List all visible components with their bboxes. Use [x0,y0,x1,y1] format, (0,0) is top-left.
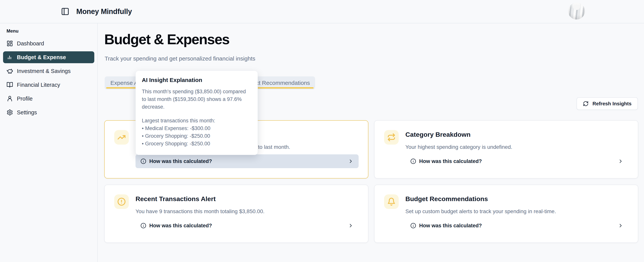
how-calculated-label: How was this calculated? [149,158,212,164]
card-description: You have 9 transactions this month total… [136,208,264,215]
sidebar-item-settings[interactable]: Settings [3,106,94,118]
card-title: Budget Recommendations [406,194,488,204]
tab-label: ct Recommendations [256,80,310,86]
sidebar: Menu Dashboard Budget & Expense Investme… [0,23,98,262]
sidebar-item-investment-savings[interactable]: Investment & Savings [3,65,94,77]
sidebar-item-label: Dashboard [17,40,44,47]
user-avatar[interactable] [568,3,585,19]
popup-bullet: • Grocery Shopping: -$250.00 [142,140,252,147]
how-calculated-label: How was this calculated? [149,223,212,229]
gear-icon [6,109,13,116]
sidebar-toggle-button[interactable] [61,7,70,16]
dashboard-icon [6,40,13,47]
alert-circle-icon [114,194,129,209]
sidebar-item-label: Financial Literacy [17,82,60,88]
how-calculated-label: How was this calculated? [419,158,482,164]
how-calculated-row[interactable]: How was this calculated? [136,154,358,168]
popup-title: AI Insight Explanation [142,77,252,83]
sidebar-item-profile[interactable]: Profile [3,93,94,105]
sidebar-item-label: Settings [17,109,37,116]
popup-body: This month's spending ($3,850.00) compar… [142,88,252,111]
info-icon [140,223,146,229]
sidebar-item-label: Investment & Savings [17,68,70,74]
sidebar-item-budget-expense[interactable]: Budget & Expense [3,51,94,63]
chevron-right-icon [618,223,624,229]
card-description-fragment: to last month. [258,143,290,151]
repeat-icon [384,130,399,145]
sidebar-item-label: Profile [17,96,32,102]
card-title: Category Breakdown [406,129,470,139]
card-description: Your highest spending category is undefi… [406,143,512,151]
sidebar-nav: Dashboard Budget & Expense Investment & … [3,37,94,120]
refresh-insights-button[interactable]: Refresh Insights [576,97,638,110]
how-calculated-row[interactable]: How was this calculated? [406,154,628,168]
card-category-breakdown: Category Breakdown Your highest spending… [374,120,638,179]
card-description: Set up custom budget alerts to track you… [406,208,556,215]
sidebar-menu-label: Menu [6,28,18,34]
info-icon [410,223,416,229]
refresh-insights-label: Refresh Insights [592,101,632,107]
how-calculated-label: How was this calculated? [419,223,482,229]
bar-chart-icon [6,54,13,60]
info-icon [410,158,416,164]
piggy-bank-icon [6,68,13,74]
card-recent-transactions: Recent Transactions Alert You have 9 tra… [104,185,368,243]
chevron-right-icon [348,158,354,164]
sidebar-item-financial-literacy[interactable]: Financial Literacy [3,79,94,91]
user-icon [6,95,13,102]
refresh-icon [583,101,588,106]
how-calculated-row[interactable]: How was this calculated? [136,219,358,233]
card-title: Recent Transactions Alert [136,194,216,204]
app-header: Money Mindfully [0,0,644,23]
popup-transactions-heading: Largest transactions this month: [142,117,252,124]
book-open-icon [6,82,13,88]
app-title: Money Mindfully [76,0,132,23]
main-content: Budget & Expenses Track your spending an… [98,23,644,262]
tab-label: Expense A [110,80,138,86]
chevron-right-icon [348,223,354,229]
bell-icon [384,194,399,209]
page-title: Budget & Expenses [104,32,229,47]
page-subtitle: Track your spending and get personalized… [105,55,255,62]
chevron-right-icon [618,158,624,164]
sidebar-item-dashboard[interactable]: Dashboard [3,37,94,49]
info-icon [140,158,146,164]
card-budget-recommendations: Budget Recommendations Set up custom bud… [374,185,638,243]
ai-insight-popup: AI Insight Explanation This month's spen… [136,71,258,155]
popup-bullet: • Grocery Shopping: -$250.00 [142,132,252,140]
popup-bullet: • Medical Expenses: -$300.00 [142,124,252,132]
trending-up-icon [114,130,129,145]
panel-left-icon [61,7,70,16]
sidebar-item-label: Budget & Expense [17,54,66,60]
how-calculated-row[interactable]: How was this calculated? [406,219,628,233]
